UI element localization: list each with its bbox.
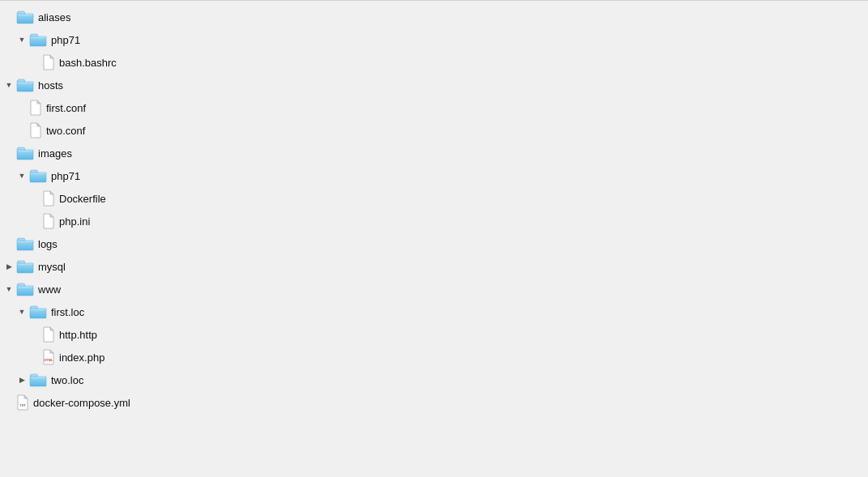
toggle-placeholder [16, 125, 28, 136]
item-label: php71 [51, 35, 80, 45]
tree-item-two.loc[interactable]: ▶ two.loc [0, 368, 868, 391]
file-icon: HTML [42, 349, 55, 365]
item-label: Dockerfile [59, 194, 106, 204]
toggle-placeholder [29, 351, 40, 363]
tree-item-docker-compose.yml[interactable]: TXT docker-compose.yml [0, 391, 868, 414]
item-label: docker-compose.yml [33, 398, 130, 408]
tree-item-php71[interactable]: ▼ php71 [0, 28, 868, 51]
toggle-expand-icon[interactable]: ▼ [16, 306, 28, 317]
tree-item-index.php[interactable]: HTML index.php [0, 346, 868, 368]
toggle-collapse-icon[interactable]: ▶ [16, 374, 28, 385]
file-icon [42, 190, 55, 207]
folder-icon [16, 10, 34, 24]
item-label: images [38, 148, 72, 159]
tree-item-www[interactable]: ▼ www [0, 278, 868, 300]
tree-item-aliases[interactable]: aliases [0, 6, 868, 28]
toggle-placeholder [3, 147, 15, 159]
folder-icon [29, 305, 47, 319]
folder-icon [16, 259, 34, 274]
item-label: aliases [38, 12, 70, 23]
item-label: http.http [59, 330, 97, 340]
toggle-expand-icon[interactable]: ▼ [16, 170, 28, 181]
item-label: logs [38, 239, 57, 249]
toggle-expand-icon[interactable]: ▼ [3, 79, 15, 91]
file-icon [42, 326, 55, 343]
tree-item-images[interactable]: images [0, 142, 868, 164]
file-tree: aliases▼ php71 bash.bashrc▼ [0, 1, 868, 477]
tree-item-http.http[interactable]: http.http [0, 323, 868, 346]
tree-item-logs[interactable]: logs [0, 232, 868, 255]
folder-icon [16, 146, 34, 160]
item-label: bash.bashrc [59, 57, 117, 68]
toggle-placeholder [3, 238, 15, 249]
file-icon [42, 54, 55, 70]
item-label: two.conf [46, 126, 85, 136]
tree-item-php.ini[interactable]: php.ini [0, 210, 868, 232]
item-label: mysql [38, 262, 66, 272]
item-label: php71 [51, 171, 80, 181]
file-icon [42, 213, 55, 229]
tree-item-first.conf[interactable]: first.conf [0, 96, 868, 119]
svg-text:HTML: HTML [44, 358, 53, 362]
tree-item-php71-images[interactable]: ▼ php71 [0, 164, 868, 187]
tree-item-first.loc[interactable]: ▼ first.loc [0, 300, 868, 323]
tree-item-mysql[interactable]: ▶ mysql [0, 255, 868, 278]
tree-item-two.conf[interactable]: two.conf [0, 119, 868, 142]
toggle-placeholder [29, 329, 40, 340]
tree-item-bash.bashrc[interactable]: bash.bashrc [0, 51, 868, 74]
tree-item-hosts[interactable]: ▼ hosts [0, 74, 868, 96]
toggle-placeholder [16, 102, 28, 113]
svg-text:TXT: TXT [19, 403, 26, 407]
folder-icon [29, 32, 47, 47]
item-label: hosts [38, 80, 63, 91]
file-icon [29, 122, 42, 138]
item-label: index.php [59, 352, 104, 363]
folder-icon [29, 168, 47, 183]
file-icon [29, 100, 42, 116]
toggle-placeholder [29, 215, 40, 227]
folder-icon [29, 373, 47, 387]
item-label: first.loc [51, 307, 84, 317]
toggle-placeholder [3, 11, 15, 23]
folder-icon [16, 236, 34, 251]
folder-icon [16, 282, 34, 296]
item-label: first.conf [46, 103, 86, 113]
toggle-placeholder [3, 397, 15, 408]
toggle-expand-icon[interactable]: ▼ [3, 283, 15, 295]
tree-item-Dockerfile[interactable]: Dockerfile [0, 187, 868, 210]
folder-icon [16, 78, 34, 92]
item-label: www [38, 284, 61, 295]
item-label: two.loc [51, 375, 83, 385]
toggle-placeholder [29, 57, 40, 68]
toggle-expand-icon[interactable]: ▼ [16, 34, 28, 45]
toggle-placeholder [29, 193, 40, 204]
item-label: php.ini [59, 216, 90, 227]
toggle-collapse-icon[interactable]: ▶ [3, 261, 15, 272]
file-icon: TXT [16, 394, 29, 411]
